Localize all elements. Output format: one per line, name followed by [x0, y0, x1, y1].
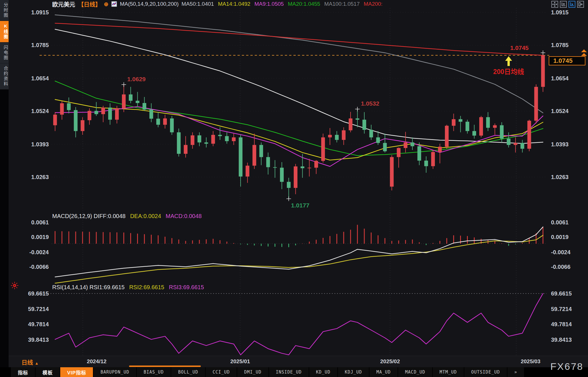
ma200-note: 200日均线 — [493, 68, 524, 75]
bottom-tab-mtmud[interactable]: MTM_UD — [433, 367, 464, 377]
chart-header: 欧元美元 【日线】 ⊕ MA(50,14,9,20,100,200) MA50:… — [9, 0, 588, 8]
axis-fit-icon[interactable] — [560, 1, 567, 8]
period-dropdown[interactable]: 日线▲ — [22, 358, 39, 366]
axis-label: 1.0524 — [551, 108, 569, 114]
ma-legend: MA50:1.0401MA14:1.0492MA9:1.0505MA20:1.0… — [182, 1, 387, 7]
date-axis-label: 2024/12 — [87, 358, 107, 365]
axis-label: 49.7814 — [551, 321, 572, 327]
indicator-tabbar: 指标模板VIP指标BARUPDN_UDBIAS_UDBOLL_UDCCI_UDD… — [0, 367, 588, 377]
axis-label: 1.0654 — [31, 75, 49, 81]
bottom-tab-barupdnud[interactable]: BARUPDN_UD — [94, 367, 137, 377]
pan-grid-icon[interactable] — [551, 1, 558, 8]
axis-label: 49.7814 — [28, 321, 49, 327]
rsi3-value: RSI3:69.6615 — [169, 284, 204, 290]
axis-label: -0.0024 — [29, 249, 49, 255]
macd-canvas[interactable]: 0.00610.00610.00190.0019-0.0024-0.0024-0… — [9, 213, 588, 283]
bottom-tab-vip指标[interactable]: VIP指标 — [60, 367, 94, 377]
h-scrollbar[interactable] — [129, 366, 201, 367]
add-indicator-icon[interactable]: ⊕ — [104, 1, 108, 7]
axis-label: 0.0019 — [31, 234, 49, 240]
macd-value: MACD:0.0048 — [166, 213, 202, 219]
axis-label: 1.0915 — [31, 9, 49, 15]
axis-label: 1.0393 — [551, 141, 568, 147]
dropdown-arrow-icon: ▲ — [35, 361, 39, 366]
bottom-tab-»[interactable]: » — [507, 367, 525, 377]
axis-label: 0.0061 — [551, 219, 568, 226]
chart-main: 欧元美元 【日线】 ⊕ MA(50,14,9,20,100,200) MA50:… — [9, 0, 588, 377]
bottom-tab-insideud[interactable]: INSIDE_UD — [269, 367, 309, 377]
rsi-canvas[interactable]: 69.661569.661559.721459.721449.781449.78… — [9, 283, 588, 356]
axis-track-icon[interactable] — [568, 1, 575, 8]
axis-label: 0.0019 — [551, 234, 568, 240]
bottom-tab-模板[interactable]: 模板 — [36, 367, 60, 377]
macd-dea-value: DEA:0.0024 — [130, 213, 161, 219]
bottom-tab-dmiud[interactable]: DMI_UD — [237, 367, 269, 377]
axis-label: 1.0524 — [31, 108, 49, 114]
macd-label: MACD(26,12,9) DIFF:0.0048 — [52, 213, 126, 219]
bottom-tab-指标[interactable]: 指标 — [11, 367, 36, 377]
watermark: FX678 — [550, 361, 583, 372]
axis-label: 39.8413 — [28, 337, 49, 343]
ma-legend-value: MA20:1.0455 — [288, 1, 320, 7]
price-annotation: 1.0629 — [127, 76, 146, 82]
sidebar-item-4[interactable]: 合约资料 — [0, 63, 9, 90]
rsi-label: RSI(14,14,14) RSI1:69.6615 — [52, 284, 124, 290]
left-sidebar: 分时图K线图闪电图合约资料 — [0, 0, 9, 377]
ma-legend-value: MA14:1.0492 — [218, 1, 250, 7]
axis-label: 69.6615 — [28, 290, 49, 297]
axis-label: 1.0263 — [31, 174, 49, 180]
bottom-tab-kdud[interactable]: KD_UD — [309, 367, 338, 377]
date-axis-label: 2025/01 — [230, 358, 250, 365]
last-price-tag: 1.0745 — [549, 56, 585, 65]
bottom-tab-biasud[interactable]: BIAS_UD — [137, 367, 171, 377]
axis-label: 39.8413 — [551, 337, 572, 343]
price-annotation: 1.0745 — [510, 44, 529, 51]
bottom-tab-kdjud[interactable]: KDJ_UD — [338, 367, 369, 377]
detach-window-icon[interactable] — [577, 1, 584, 8]
macd-header: MACD(26,12,9) DIFF:0.0048DEA:0.0024MACD:… — [52, 213, 206, 219]
ma-legend-value: MA50:1.0401 — [182, 1, 214, 7]
date-axis-row: 日线▲ 2024/122025/012025/022025/03 — [9, 356, 588, 368]
axis-label: -0.0066 — [551, 264, 571, 270]
scroll-latest-icon[interactable] — [581, 49, 587, 52]
date-axis-label: 2025/02 — [380, 358, 400, 365]
axis-label: -0.0066 — [29, 264, 49, 270]
symbol-title: 欧元美元 — [52, 0, 75, 8]
axis-label: 1.0785 — [31, 42, 49, 48]
date-axis-label: 2025/03 — [521, 358, 540, 365]
live-indicator-icon — [11, 282, 18, 290]
bottom-tab-macdud[interactable]: MACD_UD — [398, 367, 433, 377]
axis-label: 1.0263 — [551, 174, 568, 180]
bottom-tab-cciud[interactable]: CCI_UD — [206, 367, 237, 377]
bottom-tab-outsideud[interactable]: OUTSIDE_UD — [464, 367, 507, 377]
axis-label: 1.0785 — [551, 42, 568, 48]
ma-group-label: MA(50,14,9,20,100,200) — [120, 1, 179, 7]
axis-label: 1.0915 — [551, 9, 568, 15]
price-annotation: 1.0532 — [361, 100, 379, 107]
bottom-tab-maud[interactable]: MA_UD — [369, 367, 398, 377]
bottom-tab-bollud[interactable]: BOLL_UD — [171, 367, 206, 377]
axis-label: 59.7214 — [28, 306, 49, 312]
chart-type-icon[interactable] — [111, 1, 117, 7]
header-toolbar — [551, 1, 584, 8]
axis-label: 1.0654 — [551, 75, 569, 81]
fx-chart-app: { "header": { "symbol": "欧元美元", "period_… — [0, 0, 588, 377]
main-chart-canvas[interactable]: 1.06291.05321.01771.0745200日均线1.09151.09… — [9, 8, 588, 213]
sidebar-item-2[interactable]: K线图 — [0, 21, 9, 42]
sidebar-item-3[interactable]: 闪电图 — [0, 42, 9, 63]
axis-label: 1.0393 — [31, 141, 49, 147]
period-tag: 【日线】 — [78, 0, 101, 8]
rsi-header: RSI(14,14,14) RSI1:69.6615RSI2:69.6615RS… — [52, 284, 209, 291]
ma-legend-value: MA9:1.0505 — [254, 1, 284, 7]
ma-legend-value: MA100:1.0517 — [324, 1, 360, 7]
axis-label: 59.7214 — [551, 306, 572, 312]
ma-legend-value: MA200: — [364, 1, 382, 7]
price-annotation: 1.0177 — [291, 202, 309, 209]
axis-label: -0.0024 — [551, 249, 571, 255]
sidebar-item-1[interactable]: 分时图 — [0, 0, 9, 21]
rsi2-value: RSI2:69.6615 — [129, 284, 164, 290]
axis-label: 69.6615 — [551, 290, 572, 297]
axis-label: 0.0061 — [31, 219, 49, 226]
